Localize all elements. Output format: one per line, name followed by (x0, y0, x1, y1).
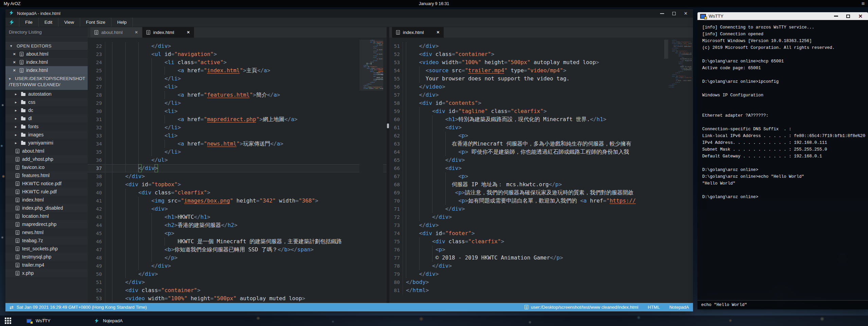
line-number: 63 (389, 140, 403, 148)
system-menu-label[interactable]: My ArOZ (4, 1, 20, 6)
launcher-grid-icon[interactable] (5, 318, 11, 324)
code-text: <p> (403, 132, 693, 140)
line-number: 77 (389, 254, 403, 262)
minimap-right[interactable]: </div><div class="container"><video widt… (668, 38, 692, 303)
code-text: <div class="clearfix"> (403, 237, 693, 246)
close-icon[interactable]: ✕ (858, 14, 863, 19)
file-icon (20, 60, 23, 64)
minimap-left[interactable]: </div><ul id="navigation"><li class="act… (359, 38, 383, 303)
code-editor-left[interactable]: 22</div>23<ul id="navigation">24<li clas… (88, 38, 387, 303)
open-editor-item[interactable]: ✕index.html (5, 66, 88, 74)
menu-view[interactable]: View (58, 18, 80, 27)
file-item[interactable]: index.html (5, 196, 88, 204)
line-number: 42 (88, 205, 105, 213)
code-text: <li> (105, 83, 387, 91)
code-line-65: 65</div> (389, 156, 693, 164)
file-item[interactable]: about.html (5, 147, 88, 155)
code-line-29: 29</li> (88, 99, 387, 107)
maximize-icon[interactable] (846, 15, 850, 18)
file-item[interactable]: location.html (5, 212, 88, 220)
notepada-titlebar[interactable]: NotepadA - index.html ✕ (5, 9, 693, 18)
status-file-path[interactable]: user:/Desktop/screenshot/test/www cleane… (525, 305, 638, 310)
line-number: 24 (88, 58, 105, 66)
file-item[interactable]: HKWTC notice.pdf (5, 179, 88, 188)
file-item[interactable]: x.php (5, 269, 88, 277)
close-icon[interactable]: ✕ (187, 30, 190, 35)
folder-item[interactable]: ▸dl (5, 114, 88, 122)
hamburger-menu-icon[interactable]: ≡ (862, 1, 865, 6)
file-name: about.html (26, 51, 48, 57)
tab-index.html[interactable]: index.html✕ (392, 27, 444, 38)
open-editor-item[interactable]: ✕about.html (5, 50, 88, 58)
tab-about.html[interactable]: about.html✕ (90, 27, 142, 38)
file-item[interactable]: trailer.mp4 (5, 261, 88, 269)
code-editor-right[interactable]: 51</div>52<div class="container">53<vide… (389, 38, 693, 303)
file-item[interactable]: features.html (5, 171, 88, 179)
file-item[interactable]: mapredirect.php (5, 220, 88, 228)
folder-item[interactable]: ▸yamiyamimi (5, 139, 88, 147)
status-app-name[interactable]: NotepadA (669, 305, 689, 310)
line-number: 69 (389, 189, 403, 197)
sync-icon: ⇄ (10, 305, 14, 310)
file-item[interactable]: news.html (5, 228, 88, 236)
line-number: 32 (88, 123, 105, 132)
open-editors-section[interactable]: ▾ OPEN EDITORS (5, 42, 88, 50)
code-text: <div id="tagline" class="clearfix"> (403, 107, 693, 115)
status-language[interactable]: HTML (648, 305, 660, 310)
file-item[interactable]: testmysql.php (5, 253, 88, 261)
open-editor-item[interactable]: ✕index.html (5, 58, 88, 66)
file-icon (16, 198, 19, 202)
pane-splitter[interactable] (387, 27, 389, 303)
tab-index.html[interactable]: index.html✕ (142, 27, 194, 38)
code-text: <div class="clearfix"> (105, 189, 387, 197)
file-item[interactable]: test_sockets.php (5, 245, 88, 253)
minimize-icon[interactable] (660, 13, 664, 14)
line-number: 27 (88, 83, 105, 91)
terminal-input[interactable]: echo "Hello World" (697, 300, 868, 309)
chevron-right-icon: ▸ (15, 100, 18, 104)
taskbar-item-notepada[interactable]: NotepadA (89, 315, 157, 326)
folder-item[interactable]: ▸css (5, 98, 88, 106)
folder-item[interactable]: ▸images (5, 131, 88, 139)
file-item[interactable]: add_vhost.php (5, 155, 88, 163)
file-item[interactable]: index.php_disabled (5, 204, 88, 212)
code-line-78: 78</div> (389, 262, 693, 270)
menu-file[interactable]: File (19, 18, 39, 27)
folder-item[interactable]: ▸autostation (5, 90, 88, 98)
close-icon[interactable]: ✕ (13, 52, 17, 56)
menu-font-size[interactable]: Font Size (80, 18, 111, 27)
close-icon[interactable]: ✕ (437, 30, 440, 35)
code-line-22: 22</div> (88, 42, 387, 50)
folder-item[interactable]: ▸fonts (5, 122, 88, 131)
close-icon[interactable]: ✕ (684, 11, 688, 16)
line-number: 73 (389, 221, 403, 229)
code-text: <div> (403, 123, 693, 132)
line-number: 50 (88, 270, 105, 278)
status-right-group: user:/Desktop/screenshot/test/www cleane… (525, 305, 689, 310)
close-icon[interactable]: ✕ (13, 69, 17, 72)
terminal-output[interactable]: [info] Conencting to arozos WsTTY servic… (697, 20, 868, 300)
code-line-80: 80</body> (389, 278, 693, 286)
directory-root[interactable]: ▾ USER:/DESKTOP/SCREENSHOT /TEST/WWW CLE… (5, 74, 88, 90)
wstty-titlebar[interactable]: WsTTY ✕ (697, 12, 868, 20)
file-list: about.htmladd_vhost.phpfavicon.icofeatur… (5, 147, 88, 277)
status-datetime[interactable]: ⇄ Sat Jan 09 2021 16:29:49 GMT+0800 (Hon… (10, 305, 147, 310)
close-icon[interactable]: ✕ (135, 30, 138, 35)
terminal-line: Connection-specific DNS Suffix . : (702, 126, 868, 133)
code-line-26: 26</li> (88, 75, 387, 83)
line-number: 51 (389, 42, 403, 50)
menu-edit[interactable]: Edit (39, 18, 58, 27)
code-text: </div> (403, 270, 693, 278)
file-name: index.html (26, 68, 48, 73)
close-icon[interactable]: ✕ (13, 60, 17, 64)
minimize-icon[interactable] (834, 16, 838, 17)
maximize-icon[interactable] (672, 12, 676, 15)
file-name: about.html (22, 148, 44, 154)
folder-item[interactable]: ▸dc (5, 106, 88, 114)
file-item[interactable]: favicon.ico (5, 163, 88, 171)
code-text: </div> (105, 172, 387, 180)
file-item[interactable]: HKWTC rule.pdf (5, 188, 88, 196)
file-item[interactable]: teabag.7z (5, 236, 88, 245)
taskbar-item-wstty[interactable]: WsTTY (21, 315, 89, 326)
menu-help[interactable]: Help (111, 18, 133, 27)
